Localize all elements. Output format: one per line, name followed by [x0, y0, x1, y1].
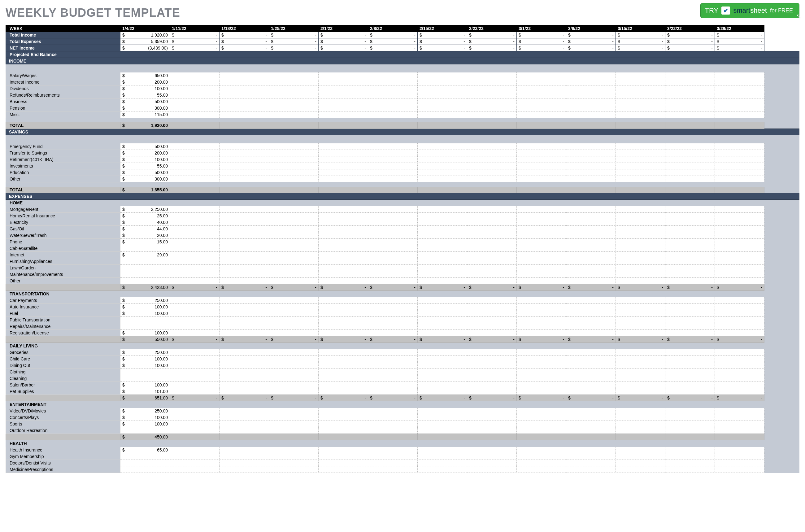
money-cell[interactable] [467, 239, 517, 245]
money-cell[interactable] [219, 112, 269, 118]
money-cell[interactable] [269, 408, 319, 414]
money-cell[interactable] [368, 271, 418, 278]
money-cell[interactable] [319, 408, 368, 414]
money-cell[interactable]: $- [517, 45, 566, 52]
money-cell[interactable] [467, 105, 517, 112]
money-cell[interactable]: $- [319, 38, 368, 45]
money-cell[interactable] [269, 414, 319, 421]
money-cell[interactable] [170, 232, 219, 239]
money-cell[interactable] [368, 304, 418, 310]
money-cell[interactable] [368, 388, 418, 395]
money-cell[interactable]: $650.00 [120, 73, 170, 79]
money-cell[interactable] [269, 310, 319, 317]
money-cell[interactable] [269, 163, 319, 169]
money-cell[interactable] [170, 349, 219, 356]
money-cell[interactable] [319, 453, 368, 460]
money-cell[interactable]: $- [170, 395, 219, 401]
money-cell[interactable] [665, 297, 715, 304]
money-cell[interactable] [616, 414, 665, 421]
money-cell[interactable] [219, 447, 269, 453]
money-cell[interactable] [566, 265, 616, 271]
money-cell[interactable] [170, 460, 219, 467]
money-cell[interactable] [319, 169, 368, 176]
money-cell[interactable] [467, 297, 517, 304]
money-cell[interactable] [517, 278, 566, 284]
money-cell[interactable] [170, 144, 219, 150]
money-cell[interactable] [566, 150, 616, 156]
money-cell[interactable]: $- [715, 38, 764, 45]
money-cell[interactable] [517, 388, 566, 395]
money-cell[interactable] [715, 92, 764, 98]
money-cell[interactable]: $- [566, 395, 616, 401]
money-cell[interactable] [319, 375, 368, 382]
money-cell[interactable] [715, 428, 764, 434]
money-cell[interactable] [467, 245, 517, 252]
money-cell[interactable] [219, 369, 269, 375]
money-cell[interactable] [368, 375, 418, 382]
money-cell[interactable] [616, 92, 665, 98]
money-cell[interactable] [219, 144, 269, 150]
money-cell[interactable] [616, 245, 665, 252]
money-cell[interactable] [319, 323, 368, 330]
money-cell[interactable] [517, 206, 566, 213]
money-cell[interactable] [219, 297, 269, 304]
money-cell[interactable] [715, 304, 764, 310]
money-cell[interactable]: $25.00 [120, 213, 170, 219]
money-cell[interactable] [319, 163, 368, 169]
money-cell[interactable] [269, 330, 319, 336]
money-cell[interactable] [219, 176, 269, 183]
money-cell[interactable]: $- [269, 45, 319, 52]
money-cell[interactable] [715, 388, 764, 395]
money-cell[interactable] [517, 265, 566, 271]
money-cell[interactable] [715, 460, 764, 467]
money-cell[interactable] [269, 297, 319, 304]
money-cell[interactable]: $- [418, 32, 467, 38]
money-cell[interactable] [616, 330, 665, 336]
money-cell[interactable] [219, 206, 269, 213]
money-cell[interactable] [418, 206, 467, 213]
money-cell[interactable]: $100.00 [120, 362, 170, 369]
money-cell[interactable]: $100.00 [120, 414, 170, 421]
money-cell[interactable] [269, 323, 319, 330]
money-cell[interactable] [418, 271, 467, 278]
money-cell[interactable] [368, 169, 418, 176]
money-cell[interactable] [418, 86, 467, 92]
money-cell[interactable] [269, 213, 319, 219]
money-cell[interactable] [715, 252, 764, 258]
money-cell[interactable] [120, 460, 170, 467]
money-cell[interactable] [269, 232, 319, 239]
money-cell[interactable] [616, 239, 665, 245]
money-cell[interactable] [368, 226, 418, 232]
money-cell[interactable]: $- [368, 284, 418, 291]
money-cell[interactable] [715, 213, 764, 219]
money-cell[interactable] [219, 226, 269, 232]
money-cell[interactable] [566, 92, 616, 98]
money-cell[interactable] [467, 176, 517, 183]
money-cell[interactable]: $- [418, 38, 467, 45]
money-cell[interactable]: $- [319, 395, 368, 401]
money-cell[interactable]: $100.00 [120, 310, 170, 317]
try-smartsheet-button[interactable]: TRY ✔ smartsheet for FREE ↖ [701, 3, 800, 18]
money-cell[interactable] [219, 245, 269, 252]
money-cell[interactable] [368, 460, 418, 467]
money-cell[interactable] [467, 112, 517, 118]
money-cell[interactable] [517, 169, 566, 176]
money-cell[interactable] [665, 144, 715, 150]
money-cell[interactable]: $- [665, 395, 715, 401]
money-cell[interactable] [269, 73, 319, 79]
money-cell[interactable] [517, 258, 566, 265]
money-cell[interactable] [616, 375, 665, 382]
money-cell[interactable] [517, 467, 566, 473]
money-cell[interactable] [665, 73, 715, 79]
money-cell[interactable]: $55.00 [120, 92, 170, 98]
money-cell[interactable]: $- [715, 395, 764, 401]
money-cell[interactable] [715, 226, 764, 232]
money-cell[interactable] [170, 98, 219, 105]
money-cell[interactable] [517, 382, 566, 388]
money-cell[interactable]: $- [467, 395, 517, 401]
money-cell[interactable] [467, 169, 517, 176]
money-cell[interactable] [170, 258, 219, 265]
money-cell[interactable] [120, 317, 170, 323]
money-cell[interactable] [219, 382, 269, 388]
money-cell[interactable] [368, 176, 418, 183]
